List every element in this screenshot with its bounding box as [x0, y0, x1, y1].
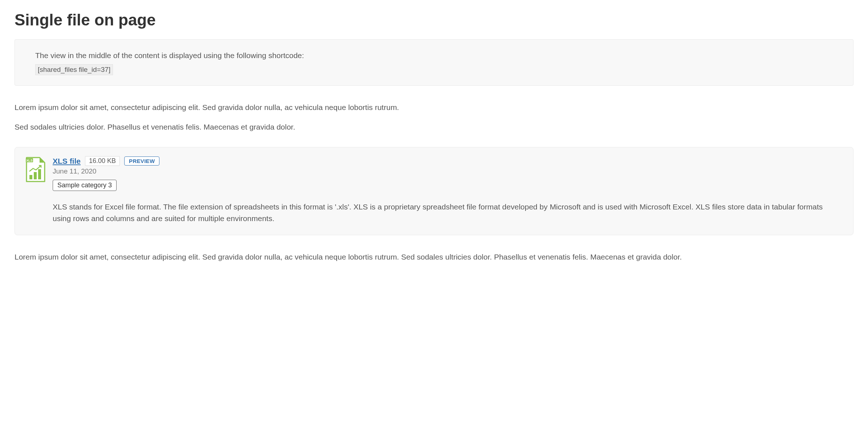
- svg-rect-4: [38, 169, 41, 179]
- file-description: XLS stands for Excel file format. The fi…: [53, 201, 843, 224]
- file-name-link[interactable]: XLS file: [53, 157, 81, 166]
- file-category-chip[interactable]: Sample category 3: [53, 180, 117, 191]
- file-body: XLS file 16.00 KB PREVIEW June 11, 2020 …: [53, 156, 843, 224]
- file-card: XLS XLS file 16.00 KB PREVIEW June 11, 2…: [15, 147, 853, 235]
- file-date: June 11, 2020: [53, 167, 843, 175]
- intro-paragraph-1: Lorem ipsum dolor sit amet, consectetur …: [15, 102, 853, 113]
- shortcode-notice: The view in the middle of the content is…: [15, 39, 853, 86]
- xls-file-icon: XLS: [25, 157, 45, 183]
- file-type-icon: XLS: [25, 156, 45, 224]
- svg-rect-3: [34, 172, 37, 179]
- page-title: Single file on page: [15, 11, 853, 29]
- shortcode-text: [shared_files file_id=37]: [35, 64, 113, 76]
- notice-intro: The view in the middle of the content is…: [35, 50, 833, 61]
- intro-paragraph-2: Sed sodales ultricies dolor. Phasellus e…: [15, 121, 853, 133]
- svg-text:XLS: XLS: [26, 159, 33, 162]
- preview-button[interactable]: PREVIEW: [124, 156, 159, 166]
- file-header-row: XLS file 16.00 KB PREVIEW: [53, 156, 843, 166]
- svg-rect-2: [29, 175, 32, 179]
- outro-paragraph: Lorem ipsum dolor sit amet, consectetur …: [15, 251, 853, 263]
- file-size-badge: 16.00 KB: [85, 156, 120, 166]
